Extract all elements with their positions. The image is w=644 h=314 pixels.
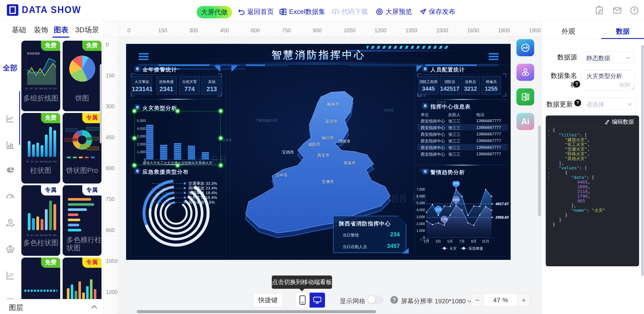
tab-data[interactable]: 数据: [616, 27, 630, 36]
table-row: 西安指挥中心: [421, 145, 445, 151]
layers-bar[interactable]: 图层: [0, 299, 104, 314]
3d-components-button[interactable]: [516, 64, 534, 81]
resize-grip[interactable]: [631, 86, 634, 89]
chart-tile-multiline[interactable]: 多组折线图 周一周二周三周四周五周六周日 多组折线图 免费: [21, 41, 60, 111]
chart-tile-pie[interactable]: 饼图 免费: [62, 41, 102, 111]
feedback-icon[interactable]: [595, 6, 604, 16]
resize-handle-sw[interactable]: [132, 163, 137, 168]
chart-tile-multicolor-bar[interactable]: 周一周二周三周四周五周六周日 多色柱状图 专属: [21, 185, 60, 256]
svg-text:火灾: 火灾: [449, 246, 456, 250]
stat-box: 火灾事故123141: [132, 76, 152, 95]
radar-chart-icon[interactable]: [5, 244, 15, 254]
back-home-button[interactable]: 返回首页: [238, 7, 274, 17]
svg-text:5月: 5月: [448, 239, 453, 243]
code-download-button[interactable]: 代码下载: [332, 7, 368, 17]
stat-box: 急救员3212: [461, 76, 480, 95]
chart-tile-hbar[interactable]: 多色横行柱状图 专属: [62, 185, 102, 256]
tile-axis-labels: 周一周二周三周四周五周六周日: [26, 160, 57, 163]
section-title: 应急救援类型分布: [142, 168, 189, 175]
chart-tile-pie-pro[interactable]: 饼状图Pro 专属: [62, 113, 102, 184]
shortcut-button[interactable]: 快捷键: [254, 293, 282, 307]
resize-handle-w[interactable]: [132, 136, 137, 141]
stat-box: 维修员1255: [482, 76, 501, 95]
help-icon[interactable]: ?: [630, 6, 639, 16]
tab-appearance[interactable]: 外观: [562, 27, 575, 36]
source-label: 数据源: [550, 53, 577, 62]
media-library-button[interactable]: [516, 39, 534, 56]
gauge-icon[interactable]: [5, 192, 15, 202]
zoom-value[interactable]: 47%: [484, 294, 517, 306]
tab-3d[interactable]: 3D场景: [75, 25, 99, 35]
tile-badge: 免费: [41, 113, 60, 123]
dataset-name-input[interactable]: 火灾类型分析 6/30: [581, 70, 635, 90]
preview-button[interactable]: 大屏预览: [376, 7, 412, 17]
resolution-label[interactable]: 屏幕分辨率 1920*1080: [401, 297, 471, 306]
section-title: 全年接警统计: [142, 66, 177, 73]
table-row: 西安指挥中心: [421, 119, 445, 124]
chart-tile-bar[interactable]: 周一周二周三周四周五周六周日 柱状图 免费: [21, 113, 60, 184]
component-tabs: 基础 装饰 图表 3D场景: [0, 20, 104, 38]
grid-toggle[interactable]: [367, 295, 384, 304]
category-all[interactable]: 全部: [0, 63, 20, 73]
excel-dataset-button[interactable]: X Excel数据集: [279, 7, 325, 17]
panel-scrollbar[interactable]: [100, 64, 102, 143]
svg-text:3,000: 3,000: [416, 215, 425, 219]
map-icon[interactable]: [5, 218, 15, 228]
resize-handle-s[interactable]: [175, 163, 180, 168]
svg-text:5,000: 5,000: [416, 201, 425, 205]
resize-handle-se[interactable]: [218, 163, 223, 168]
tab-decor[interactable]: 装饰: [34, 25, 48, 35]
ai-assistant-button[interactable]: Ai: [516, 113, 534, 130]
source-select[interactable]: 静态数据: [581, 52, 635, 63]
zoom-in-button[interactable]: +: [517, 294, 530, 306]
resolution-help-icon[interactable]: ?: [390, 296, 398, 304]
svg-text:X: X: [280, 10, 282, 14]
resize-handle-e[interactable]: [218, 136, 223, 141]
pie-chart-icon[interactable]: [5, 166, 15, 176]
edit-data-button[interactable]: 编辑数据: [604, 118, 634, 126]
corner-triangle: [402, 248, 409, 253]
province-info-card: 陕西省消防指挥中心 当日警情 234 当日在勤人员 3457: [333, 216, 406, 253]
canvas-horizontal-scrollbar[interactable]: [137, 310, 376, 313]
bar-chart-icon[interactable]: [5, 140, 15, 150]
table-row: 西安指挥中心: [421, 125, 445, 131]
line-chart-icon[interactable]: [5, 114, 15, 124]
dashboard-stage[interactable]: 智慧消防指挥中心 88 88 88 88 榆林市 延安市 铜川市: [126, 44, 511, 260]
resize-handle-n[interactable]: [175, 109, 180, 113]
svg-text:7,000: 7,000: [416, 188, 425, 191]
city-label: 西安市: [317, 153, 330, 158]
ruler-numbers-v: 015030045060075090010501200: [104, 37, 119, 314]
tab-basic[interactable]: 基础: [12, 25, 26, 35]
json-editor[interactable]: 编辑数据 ▾{▾"titles": [ "建筑火灾", "化工火灾", "交通火…: [546, 116, 639, 266]
update-select[interactable]: 请选择: [581, 98, 636, 110]
corner-triangle: [214, 66, 220, 72]
bell-icon: [422, 103, 428, 109]
scatter-chart-icon[interactable]: [5, 270, 15, 280]
alarm-trend-chart[interactable]: 7,0006,0005,0004,0003,0002,0001,00004917…: [415, 181, 509, 251]
tile-badge: 专属: [82, 185, 102, 195]
selection-frame[interactable]: [134, 111, 221, 165]
resize-handle-ne[interactable]: [218, 109, 223, 113]
svg-text:应急救援: 应急救援: [468, 246, 483, 250]
desktop-view-button[interactable]: [310, 293, 325, 307]
screen-service-button[interactable]: 大屏代做: [196, 6, 232, 19]
editor-canvas[interactable]: 0150300450600750900105012001350150016501…: [104, 20, 542, 314]
corner-triangle: [416, 66, 423, 72]
panel-scrollbar[interactable]: [641, 45, 644, 276]
save-publish-button[interactable]: 保存发布: [420, 7, 455, 17]
mail-icon[interactable]: [612, 6, 622, 16]
update-help-icon[interactable]: ?: [574, 100, 581, 106]
dataset-help-icon[interactable]: ?: [573, 81, 580, 88]
collapse-icon[interactable]: [92, 305, 97, 310]
mobile-view-button[interactable]: [296, 293, 310, 307]
excel-import-button[interactable]: X: [516, 88, 534, 105]
section-title: 火灾类型分析: [142, 105, 177, 112]
zoom-out-button[interactable]: −: [471, 294, 484, 306]
json-editor-content[interactable]: ▾{▾"titles": [ "建筑火灾", "化工火灾", "交通火灾", "…: [548, 128, 638, 227]
city-label: 商洛市: [344, 160, 356, 166]
table-row: 西安指挥中心: [421, 132, 445, 137]
svg-text:4,000: 4,000: [416, 208, 425, 212]
canvas-vertical-scrollbar[interactable]: [538, 126, 541, 216]
tab-charts[interactable]: 图表: [54, 25, 68, 35]
resize-handle-nw[interactable]: [132, 109, 137, 113]
